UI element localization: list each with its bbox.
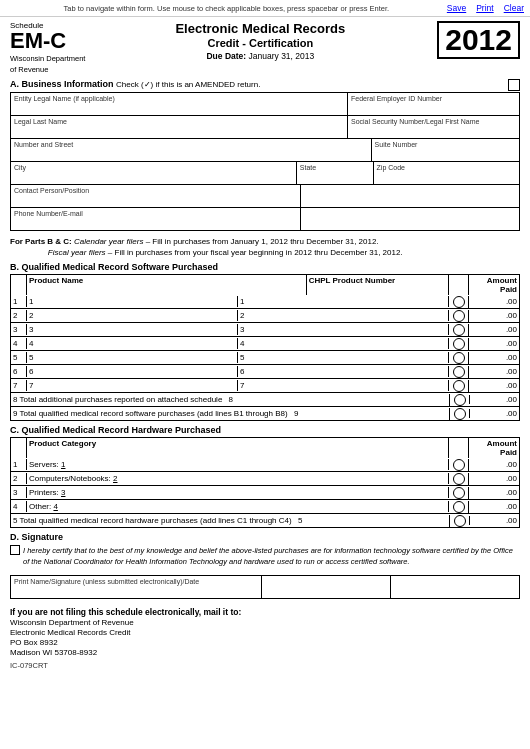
c-circle-header [449,438,469,458]
for-parts-note: For Parts B & C: Calendar year filers – … [10,236,520,258]
b-row-circle-7[interactable] [453,380,465,392]
form-title-block: Electronic Medical Records Credit - Cert… [91,21,429,61]
main-content: Schedule EM-C Wisconsin Department of Re… [0,17,530,676]
signature-name-cell: Print Name/Signature (unless submitted e… [11,576,262,598]
entity-name-input[interactable] [14,102,344,113]
b-row-product-4: 4 [27,338,238,349]
b-row-circle-2[interactable] [453,310,465,322]
phone-email-input[interactable] [14,217,297,228]
b-row-circle-5[interactable] [453,352,465,364]
section-c-header: Product Category Amount Paid [10,437,520,458]
signature-input[interactable] [14,585,258,596]
b-row-amount-3: .00 [469,325,519,334]
clear-button[interactable]: Clear [504,3,524,13]
top-bar: Tab to navigate within form. Use mouse t… [0,0,530,17]
section-a-title: A. Business Information Check (✓) if thi… [10,79,520,89]
b-row-circle-cell-6 [449,366,469,378]
b-product-name-header: Product Name [27,275,307,295]
section-a: A. Business Information Check (✓) if thi… [10,79,520,231]
city-input[interactable] [14,171,293,182]
c-row-label-1: Servers: 1 [27,459,449,470]
cert-text: I hereby certify that to the best of my … [23,546,520,566]
b-data-row-1: 1 1 1 .00 [10,295,520,309]
signature-extra1 [262,576,391,598]
b-data-row-7: 7 7 7 .00 [10,379,520,393]
mailing-section: If you are not filing this schedule elec… [10,607,520,657]
federal-ein-input[interactable] [351,102,516,113]
form-header: Schedule EM-C Wisconsin Department of Re… [10,21,520,74]
b-row-chpl-4: 4 [238,338,449,349]
save-button[interactable]: Save [447,3,466,13]
b-row-amount-6: .00 [469,367,519,376]
b-row-amount-1: .00 [469,297,519,306]
ssn-input[interactable] [351,125,516,136]
number-street-input[interactable] [14,148,368,159]
print-button[interactable]: Print [476,3,493,13]
c-row-circle-3[interactable] [453,487,465,499]
c-row-circle-4[interactable] [453,501,465,513]
b-row-num-2: 2 [11,310,27,321]
b-row-product-5: 5 [27,352,238,363]
cert-block: I hereby certify that to the best of my … [10,544,520,570]
c-data-row-2: 2 Computers/Notebooks: 2 .00 [10,472,520,486]
b-row-amount-2: .00 [469,311,519,320]
suite-input[interactable] [375,148,516,159]
c-row-circle-cell-2 [449,473,469,485]
c-row-label-2: Computers/Notebooks: 2 [27,473,449,484]
contact-person-input[interactable] [14,194,297,205]
b-row-circle-1[interactable] [453,296,465,308]
field-row-city: City State Zip Code [11,162,519,185]
c-data-row-1: 1 Servers: 1 .00 [10,458,520,472]
c-row-circle-2[interactable] [453,473,465,485]
b-row8-label: 8 Total additional purchases reported on… [13,395,222,404]
legal-last-name-input[interactable] [14,125,344,136]
phone-extra-input[interactable] [304,210,516,221]
b-row-circle-4[interactable] [453,338,465,350]
b-row-chpl-5: 5 [238,352,449,363]
b-row-circle-3[interactable] [453,324,465,336]
due-date-value: January 31, 2013 [249,51,315,61]
signature-extra1-input[interactable] [265,578,387,589]
number-street-cell: Number and Street [11,139,372,161]
form-title1: Electronic Medical Records [175,21,345,36]
b-row9-circle[interactable] [454,408,466,420]
section-b-header: Product Name CHPL Product Number Amount … [10,274,520,295]
c-row-num-3: 3 [11,487,27,498]
b-row8-circle-cell [449,394,469,406]
contact-extra-input[interactable] [304,187,516,198]
c-row-amount-1: .00 [469,460,519,469]
b-row-circle-cell-4 [449,338,469,350]
b-rows: 1 1 1 .00 2 2 2 .00 3 3 3 .00 4 4 4 .00 … [10,295,520,393]
contact-extra-cell [301,185,519,207]
signature-extra2-input[interactable] [394,578,516,589]
b-row8-circle[interactable] [454,394,466,406]
c-row5-circle[interactable] [454,515,466,527]
b-row-amount-4: .00 [469,339,519,348]
b-row-circle-cell-2 [449,310,469,322]
federal-ein-label: Federal Employer ID Number [351,95,516,102]
c-row-circle-1[interactable] [453,459,465,471]
cert-checkbox[interactable] [10,545,20,555]
due-date-label: Due Date: [206,51,246,61]
zip-input[interactable] [377,171,516,182]
schedule-id: EM-C [10,30,75,52]
mail-line1: Wisconsin Department of Revenue [10,618,520,627]
state-label: State [300,164,370,171]
phone-email-cell: Phone Number/E-mail [11,208,301,230]
state-input[interactable] [300,171,370,182]
amended-checkbox[interactable] [508,79,520,91]
b-row-num-5: 5 [11,352,27,363]
city-cell: City [11,162,297,184]
c-row-5: 5 Total qualified medical record hardwar… [10,514,520,528]
b-row9-circle-cell [449,408,469,420]
b-data-row-6: 6 6 6 .00 [10,365,520,379]
state-cell: State [297,162,374,184]
mail-if-not-filing: If you are not filing this schedule elec… [10,607,520,617]
c-row5-circle-cell [449,515,469,527]
b-row9-label: 9 Total qualified medical record softwar… [13,409,288,418]
zip-label: Zip Code [377,164,516,171]
b-row-circle-6[interactable] [453,366,465,378]
b-col-num-header [11,275,27,295]
mail-line3: PO Box 8932 [10,638,520,647]
suite-cell: Suite Number [372,139,519,161]
